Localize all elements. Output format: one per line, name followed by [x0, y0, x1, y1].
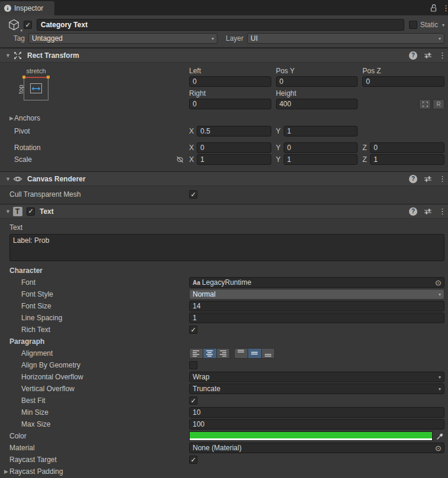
material-label: Material [9, 444, 35, 452]
help-icon[interactable]: ? [409, 207, 417, 216]
rotation-y-field[interactable]: 0 [284, 142, 358, 153]
material-object-field[interactable]: None (Material) ⊙ [189, 443, 444, 453]
blueprint-mode-button[interactable] [419, 99, 431, 109]
rich-text-checkbox[interactable]: ✓ [189, 326, 197, 334]
align-bottom-button[interactable] [261, 348, 275, 359]
pos-y-label: Pos Y [276, 67, 358, 75]
vertical-overflow-label: Vertical Overflow [21, 385, 74, 393]
scale-x-field[interactable]: 1 [197, 154, 271, 165]
align-left-button[interactable] [189, 348, 203, 359]
text-component-header[interactable]: ▼ T ✓ Text ? ⋮ [0, 204, 448, 219]
align-by-geometry-checkbox[interactable] [189, 361, 197, 369]
presets-icon[interactable] [424, 208, 432, 215]
align-center-button[interactable] [203, 348, 216, 359]
static-checkbox[interactable] [409, 21, 417, 29]
text-value-textarea[interactable]: Label: Prob [9, 234, 444, 261]
rect-transform-icon [12, 51, 22, 60]
anchor-preset-widget[interactable]: stretch top [13, 67, 48, 100]
component-menu-icon[interactable]: ⋮ [439, 51, 443, 60]
pos-z-label: Pos Z [362, 67, 444, 75]
chevron-down-icon: ▾ [439, 375, 441, 380]
eyedropper-icon[interactable] [435, 433, 444, 440]
best-fit-checkbox[interactable]: ✓ [189, 396, 197, 405]
anchor-rect [30, 83, 42, 93]
layer-value: UI [251, 34, 258, 43]
canvas-renderer-header[interactable]: ▼ Canvas Renderer ? ⋮ [0, 171, 448, 186]
static-dropdown-arrow[interactable]: ▾ [442, 22, 444, 28]
scale-z-field[interactable]: 1 [370, 154, 444, 165]
gameobject-name: Category Text [41, 21, 87, 29]
horizontal-overflow-dropdown[interactable]: Wrap ▾ [189, 372, 444, 382]
align-middle-button[interactable] [248, 348, 261, 359]
min-size-label: Min Size [21, 408, 48, 417]
tag-dropdown[interactable]: Untagged ▾ [28, 33, 217, 44]
tag-value: Untagged [32, 34, 63, 43]
anchor-preset-diagram[interactable]: top [24, 77, 48, 100]
text-component-icon: T [12, 207, 22, 216]
raycast-padding-foldout-icon[interactable]: ▶ [2, 469, 9, 474]
pivot-y-field[interactable]: 1 [284, 126, 358, 136]
gameobject-name-field[interactable]: Category Text [37, 19, 404, 31]
help-icon[interactable]: ? [409, 175, 417, 183]
cull-transparent-mesh-checkbox[interactable]: ✓ [189, 190, 197, 199]
font-style-dropdown[interactable]: Normal ▾ [189, 289, 444, 300]
component-title: Rect Transform [27, 51, 79, 60]
horizontal-overflow-label: Horizontal Overflow [21, 373, 83, 381]
pos-y-field[interactable]: 0 [276, 76, 358, 87]
text-component-body: Text Label: Prob Character Font Aa Legac… [0, 219, 448, 478]
font-style-label: Font Style [21, 290, 53, 298]
foldout-icon[interactable]: ▼ [4, 209, 12, 214]
best-fit-label: Best Fit [21, 396, 46, 405]
component-menu-icon[interactable]: ⋮ [439, 207, 443, 216]
foldout-icon[interactable]: ▼ [4, 53, 12, 58]
line-spacing-field[interactable]: 1 [189, 313, 444, 323]
color-swatch[interactable] [189, 431, 433, 441]
right-field[interactable]: 0 [189, 99, 271, 109]
rotation-z-field[interactable]: 0 [370, 142, 444, 153]
left-field[interactable]: 0 [189, 76, 271, 87]
max-size-label: Max Size [21, 420, 50, 428]
tab-inspector[interactable]: i Inspector [0, 1, 54, 15]
active-checkbox[interactable]: ✓ [24, 21, 32, 29]
presets-icon[interactable] [424, 52, 432, 59]
lock-icon[interactable] [430, 4, 437, 12]
foldout-icon[interactable]: ▼ [4, 176, 12, 182]
vertical-alignment-group [234, 348, 275, 359]
raycast-target-checkbox[interactable]: ✓ [189, 456, 197, 464]
vertical-overflow-dropdown[interactable]: Truncate ▾ [189, 383, 444, 394]
text-enabled-checkbox[interactable]: ✓ [27, 207, 35, 216]
gameobject-icon[interactable]: ▾ [4, 18, 24, 32]
align-top-button[interactable] [234, 348, 248, 359]
font-object-field[interactable]: Aa LegacyRuntime ⊙ [189, 277, 444, 288]
right-label: Right [189, 89, 271, 97]
anchors-foldout-icon[interactable]: ▶ [8, 115, 14, 121]
rich-text-label: Rich Text [21, 326, 50, 334]
blueprint-icon [423, 102, 428, 107]
align-right-button[interactable] [216, 348, 230, 359]
object-picker-icon[interactable]: ⊙ [435, 279, 441, 287]
pos-z-field[interactable]: 0 [362, 76, 444, 87]
height-field[interactable]: 400 [276, 99, 358, 109]
rect-transform-header[interactable]: ▼ Rect Transform ? ⋮ [0, 48, 448, 63]
component-menu-icon[interactable]: ⋮ [439, 174, 443, 183]
max-size-field[interactable]: 100 [189, 419, 444, 430]
pivot-x-field[interactable]: 0.5 [197, 126, 271, 136]
left-label: Left [189, 67, 271, 75]
scale-y-field[interactable]: 1 [284, 154, 358, 165]
help-icon[interactable]: ? [409, 51, 417, 60]
tab-menu-icon[interactable]: ⋮ [442, 4, 447, 12]
min-size-field[interactable]: 10 [189, 407, 444, 418]
font-size-field[interactable]: 14 [189, 301, 444, 311]
unlink-scale-icon[interactable] [176, 156, 184, 163]
layer-dropdown[interactable]: UI ▾ [247, 33, 444, 44]
rotation-x-field[interactable]: 0 [197, 142, 271, 153]
raw-edit-mode-button[interactable]: R [433, 99, 444, 109]
scale-label: Scale [14, 155, 32, 164]
component-title: Canvas Renderer [27, 175, 86, 183]
presets-icon[interactable] [424, 175, 432, 183]
tab-title: Inspector [14, 4, 43, 12]
object-picker-icon[interactable]: ⊙ [435, 444, 441, 452]
tag-label: Tag [8, 34, 25, 43]
chevron-down-icon: ▾ [439, 386, 441, 392]
raycast-target-label: Raycast Target [9, 456, 57, 464]
